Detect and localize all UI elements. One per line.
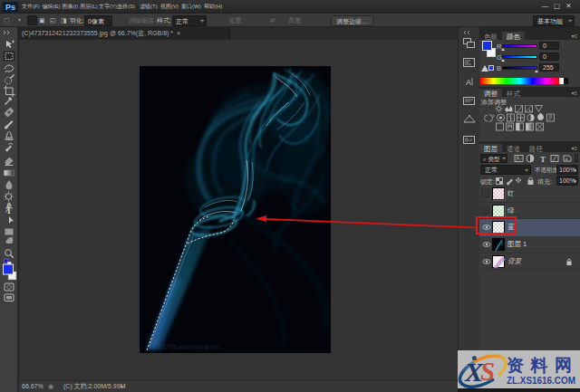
- svg-text:T: T: [540, 155, 546, 164]
- svg-text:ZL.XS1616.COM: ZL.XS1616.COM: [507, 375, 575, 386]
- svg-text:T: T: [5, 205, 13, 215]
- svg-text:S: S: [480, 357, 495, 386]
- svg-text:A: A: [466, 78, 471, 87]
- svg-text:©视觉中国 stock.tuchong.com: ©视觉中国 stock.tuchong.com: [153, 344, 220, 350]
- svg-text:资料网: 资料网: [507, 356, 572, 375]
